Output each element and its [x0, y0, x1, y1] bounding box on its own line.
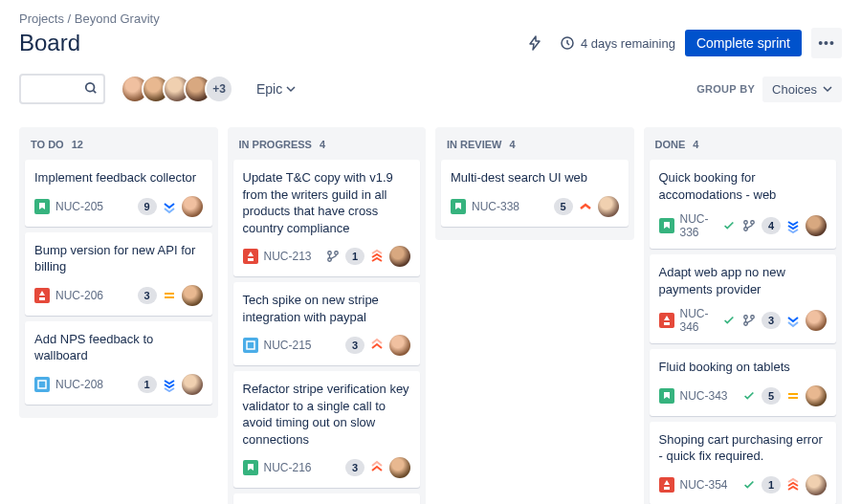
- time-remaining: 4 days remaining: [560, 35, 675, 51]
- assignee-avatar[interactable]: [806, 474, 827, 495]
- svg-point-26: [744, 316, 748, 319]
- assignee-avatar[interactable]: [182, 196, 203, 217]
- card-title: Fluid booking on tablets: [659, 359, 828, 376]
- column-count: 4: [320, 139, 325, 150]
- story-points: 5: [554, 198, 573, 215]
- story-points: 5: [762, 387, 781, 405]
- assignee-avatar[interactable]: [389, 335, 410, 356]
- issue-key[interactable]: NUC-336: [680, 212, 722, 239]
- column-count: 4: [693, 139, 698, 150]
- issue-key[interactable]: NUC-338: [472, 200, 519, 213]
- more-actions-button[interactable]: •••: [811, 28, 842, 58]
- issue-card[interactable]: Update T&C copy with v1.9 from the write…: [233, 160, 421, 276]
- story-points: 3: [345, 459, 364, 476]
- assignee-avatar[interactable]: [182, 374, 203, 395]
- issue-card[interactable]: Change phone number field type to 'phone…: [233, 493, 421, 504]
- issue-card[interactable]: Bump version for new API for billing NUC…: [25, 232, 212, 316]
- search-icon: [84, 81, 98, 98]
- issue-card[interactable]: Adapt web app no new payments provider N…: [650, 254, 837, 343]
- svg-rect-4: [165, 293, 174, 295]
- svg-point-23: [751, 221, 755, 225]
- issue-type-icon: [451, 199, 466, 214]
- svg-point-1: [86, 82, 95, 91]
- story-points: 1: [762, 476, 781, 493]
- svg-rect-30: [788, 393, 798, 395]
- branch-icon: [741, 218, 757, 233]
- issue-key[interactable]: NUC-216: [264, 461, 312, 474]
- priority-icon: [785, 218, 801, 233]
- issue-type-icon: [659, 388, 674, 404]
- issue-type-icon: [659, 218, 674, 233]
- issue-key[interactable]: NUC-215: [264, 339, 312, 352]
- issue-key[interactable]: NUC-208: [55, 378, 103, 391]
- assignee-avatar[interactable]: [182, 285, 203, 306]
- issue-type-icon: [243, 338, 258, 353]
- assignee-avatar[interactable]: [806, 215, 827, 236]
- column-name: TO DO: [31, 139, 64, 150]
- breadcrumb[interactable]: Projects / Beyond Gravity: [19, 11, 842, 26]
- story-points: 4: [762, 217, 781, 234]
- card-title: Tech spike on new stripe integration wit…: [243, 292, 411, 325]
- assignee-avatar[interactable]: [598, 196, 619, 217]
- automation-icon[interactable]: [519, 28, 550, 58]
- column-header: TO DO12: [25, 135, 212, 160]
- card-title: Quick booking for accomodations - web: [659, 169, 828, 203]
- priority-icon: [785, 388, 801, 404]
- assignee-avatar[interactable]: [389, 457, 410, 478]
- assignee-avatar[interactable]: [806, 310, 827, 331]
- epic-label: Epic: [256, 81, 282, 97]
- branch-icon: [325, 249, 341, 264]
- svg-point-22: [744, 221, 748, 225]
- priority-icon: [578, 199, 593, 214]
- priority-icon: [785, 313, 801, 328]
- svg-rect-5: [165, 296, 174, 298]
- issue-card[interactable]: Refactor stripe verification key validat…: [233, 371, 421, 488]
- issue-type-icon: [34, 288, 50, 303]
- board-column: IN REVIEW4 Multi-dest search UI web NUC-…: [435, 127, 634, 240]
- branch-icon: [741, 313, 757, 328]
- card-title: Refactor stripe verification key validat…: [243, 381, 411, 448]
- issue-card[interactable]: Quick booking for accomodations - web NU…: [650, 160, 837, 249]
- issue-type-icon: [243, 249, 258, 264]
- assignee-avatar[interactable]: [389, 246, 410, 267]
- avatar-more[interactable]: +3: [205, 75, 233, 103]
- issue-key[interactable]: NUC-213: [264, 250, 312, 263]
- svg-rect-12: [243, 338, 258, 353]
- priority-icon: [369, 249, 385, 264]
- svg-rect-6: [34, 377, 50, 392]
- issue-card[interactable]: Tech spike on new stripe integration wit…: [233, 282, 421, 365]
- issue-card[interactable]: Add NPS feedback to wallboard NUC-208 1: [25, 321, 212, 405]
- issue-card[interactable]: Implement feedback collector NUC-205 9: [25, 160, 212, 227]
- issue-key[interactable]: NUC-343: [680, 389, 728, 403]
- done-check-icon: [741, 388, 757, 404]
- group-by-dropdown[interactable]: Choices: [762, 77, 842, 102]
- issue-key[interactable]: NUC-205: [55, 200, 103, 213]
- assignee-avatar[interactable]: [806, 385, 827, 406]
- board-column: IN PROGRESS4 Update T&C copy with v1.9 f…: [228, 127, 427, 504]
- svg-rect-31: [788, 397, 798, 399]
- column-name: DONE: [655, 139, 686, 150]
- card-title: Multi-dest search UI web: [451, 169, 619, 186]
- column-count: 12: [72, 139, 83, 150]
- board-column: TO DO12 Implement feedback collector NUC…: [19, 127, 218, 418]
- issue-card[interactable]: Shoping cart purchasing error - quick fi…: [650, 422, 837, 504]
- issue-card[interactable]: Fluid booking on tablets NUC-343 5: [650, 349, 837, 416]
- page-title: Board: [19, 30, 80, 56]
- done-check-icon: [721, 218, 737, 233]
- issue-key[interactable]: NUC-346: [680, 307, 722, 334]
- issue-key[interactable]: NUC-354: [680, 478, 728, 492]
- complete-sprint-button[interactable]: Complete sprint: [685, 30, 802, 56]
- card-title: Update T&C copy with v1.9 from the write…: [243, 169, 411, 236]
- column-header: DONE4: [650, 135, 837, 160]
- card-title: Implement feedback collector: [34, 169, 203, 186]
- chevron-down-icon: [823, 84, 832, 94]
- issue-type-icon: [659, 477, 674, 493]
- assignee-filter[interactable]: +3: [121, 75, 233, 103]
- card-title: Adapt web app no new payments provider: [659, 264, 828, 297]
- issue-card[interactable]: Multi-dest search UI web NUC-338 5: [441, 160, 629, 227]
- story-points: 3: [138, 287, 157, 304]
- issue-key[interactable]: NUC-206: [55, 289, 103, 302]
- epic-dropdown[interactable]: Epic: [249, 77, 303, 100]
- search-input-wrap[interactable]: [19, 74, 105, 104]
- priority-icon: [369, 338, 385, 353]
